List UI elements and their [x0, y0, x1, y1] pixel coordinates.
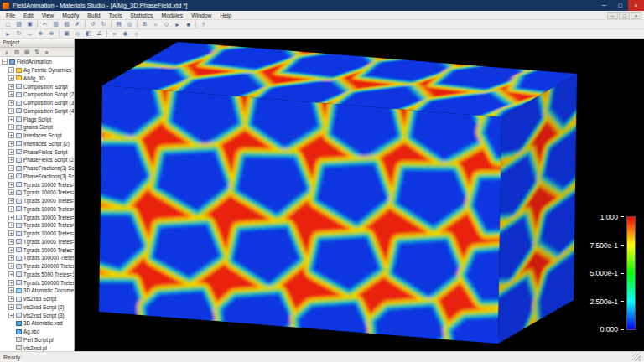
explorer-view-icon[interactable]: ▤	[23, 49, 31, 56]
cut-icon[interactable]: ✂	[39, 20, 50, 28]
sort-icon[interactable]: ⇅	[33, 49, 41, 56]
expander-icon[interactable]: +	[8, 287, 14, 293]
help-icon[interactable]: ?	[198, 20, 209, 28]
expander-icon[interactable]: +	[8, 116, 14, 122]
menu-build[interactable]: Build	[83, 13, 104, 18]
undo-icon[interactable]: ↺	[87, 20, 98, 28]
menu-modify[interactable]: Modify	[58, 13, 83, 18]
expander-icon[interactable]: +	[8, 67, 14, 73]
run-icon[interactable]: ►	[172, 20, 183, 28]
viewport-3d[interactable]: 1.0007.500e-15.000e-12.500e-10.000	[75, 39, 644, 351]
menu-statistics[interactable]: Statistics	[126, 13, 157, 18]
tree-item[interactable]: +Tgrads 10000 Tretes=100	[2, 221, 74, 230]
menu-tools[interactable]: Tools	[104, 13, 126, 18]
fit-view-icon[interactable]: ▣	[61, 29, 72, 38]
tree-item[interactable]: +Tgrads 5000 Tretes=100 S	[2, 271, 74, 279]
animation-icon[interactable]: »	[109, 29, 120, 38]
child-restore-button[interactable]: □	[619, 12, 630, 19]
tree-item[interactable]: +3D Atomistic.xsd	[2, 319, 74, 328]
child-minimize-button[interactable]: ─	[607, 12, 618, 19]
delete-icon[interactable]: ✗	[72, 20, 83, 28]
perspective-icon[interactable]: ◇	[72, 29, 83, 38]
expander-icon[interactable]: +	[8, 296, 14, 302]
expander-icon[interactable]: +	[8, 91, 14, 97]
expander-icon[interactable]: −	[2, 59, 8, 65]
maximize-button[interactable]: □	[612, 0, 628, 11]
expander-icon[interactable]: +	[8, 222, 14, 228]
panel-menu-icon[interactable]: ≡	[43, 49, 51, 56]
tree-item[interactable]: +3D Atomistic Document	[2, 287, 74, 295]
expander-icon[interactable]: +	[8, 280, 14, 286]
zoom-out-icon[interactable]: ⊖	[46, 29, 57, 38]
expander-icon[interactable]: +	[8, 108, 14, 114]
expander-icon[interactable]: +	[8, 124, 14, 130]
expander-icon[interactable]: +	[8, 247, 14, 253]
tree-item[interactable]: +PhaseFields Script (2)	[2, 156, 74, 164]
copy-icon[interactable]: ▥	[50, 20, 61, 28]
expander-icon[interactable]: +	[8, 263, 14, 269]
new-folder-icon[interactable]: ▨	[13, 49, 21, 56]
menu-file[interactable]: File	[2, 13, 19, 18]
tree-item[interactable]: +vts2xsd Script (2)	[2, 303, 74, 312]
tree-item[interactable]: +Perl Script.pl	[2, 336, 74, 344]
menu-help[interactable]: Help	[216, 13, 236, 18]
tree-item[interactable]: +Flags Script	[2, 115, 74, 123]
tree-item[interactable]: +vts2xsd.pl	[2, 344, 74, 351]
tree-item[interactable]: +Ag Ferrite Dynamics	[2, 66, 74, 75]
expander-icon[interactable]: +	[8, 75, 14, 81]
paste-icon[interactable]: ▧	[61, 20, 72, 28]
tree-item[interactable]: +Tgrads 100000 Tretes=100	[2, 254, 74, 262]
tree-item[interactable]: +PhaseFields Script	[2, 147, 74, 156]
minimize-button[interactable]: ─	[596, 0, 612, 11]
tree-item[interactable]: +PhaseFractions(3) Script	[2, 164, 74, 173]
expander-icon[interactable]: +	[8, 255, 14, 261]
display-style-icon[interactable]: ◧	[83, 29, 94, 38]
close-panel-icon[interactable]: ×	[3, 49, 11, 56]
tree-item[interactable]: +Tgrads 10000 Tretes= 1 Sc	[2, 189, 74, 197]
tree-item[interactable]: +PhaseFractions(3) Script (2)	[2, 173, 74, 181]
tree-item[interactable]: +Composition Script (2)	[2, 90, 74, 99]
child-close-button[interactable]: ×	[631, 12, 641, 19]
expander-icon[interactable]: +	[8, 189, 14, 195]
expander-icon[interactable]: +	[8, 165, 14, 171]
tree-item[interactable]: +Tgrads 10000 Tretes=100 S	[2, 180, 74, 189]
tree-item[interactable]: +Tgrads 10000 Tretes=10 S	[2, 197, 74, 205]
menu-view[interactable]: View	[38, 13, 59, 18]
tree-item[interactable]: +Composition Script	[2, 82, 74, 90]
tree-item[interactable]: +Composition Script (4)	[2, 107, 74, 116]
save-icon[interactable]: ▣	[24, 20, 35, 28]
redo-icon[interactable]: ↻	[98, 20, 109, 28]
axes-icon[interactable]: ∠	[94, 29, 105, 38]
tree-item[interactable]: +Interfaces Script (2)	[2, 140, 74, 148]
tree-item[interactable]: +Tgrads 500000 Tretes=100	[2, 278, 74, 287]
menu-window[interactable]: Window	[187, 13, 216, 18]
expander-icon[interactable]: +	[8, 304, 14, 310]
atomistic-view-icon[interactable]: ◇	[161, 20, 172, 28]
tree-item[interactable]: +vts2xsd Script	[2, 295, 74, 303]
expander-icon[interactable]: +	[8, 132, 14, 138]
expander-icon[interactable]: +	[8, 149, 14, 155]
new-document-icon[interactable]: □	[3, 20, 13, 28]
tree-item[interactable]: +Tgrads 10000 Tretes=400	[2, 246, 74, 254]
zoom-in-icon[interactable]: ⊕	[35, 29, 46, 38]
expander-icon[interactable]: +	[8, 182, 14, 188]
open-icon[interactable]: ▨	[13, 20, 24, 28]
tree-item[interactable]: +Interfaces Script	[2, 132, 74, 140]
tree-item[interactable]: +Tgrads 10000 Tretes=50 S	[2, 213, 74, 221]
expander-icon[interactable]: +	[8, 230, 14, 236]
tree-item[interactable]: +Tgrads 10000 Tretes=25 S	[2, 205, 74, 214]
tree-item[interactable]: +vts2xsd Script (3)	[2, 311, 74, 319]
expander-icon[interactable]: +	[8, 157, 14, 163]
expander-icon[interactable]: +	[8, 198, 14, 204]
pan-icon[interactable]: ↔	[24, 29, 35, 38]
tree-item[interactable]: +Composition Script (3)	[2, 99, 74, 107]
menu-modules[interactable]: Modules	[158, 13, 188, 18]
expander-icon[interactable]: +	[8, 141, 14, 147]
tree-item[interactable]: +Ag.xsd	[2, 328, 74, 336]
tree-item[interactable]: +Tgrads 10000 Tretes=200	[2, 230, 74, 238]
rotate-icon[interactable]: ↻	[13, 29, 24, 38]
expander-icon[interactable]: +	[8, 173, 14, 179]
close-button[interactable]: ×	[628, 0, 644, 11]
expander-icon[interactable]: +	[8, 206, 14, 212]
expander-icon[interactable]: +	[8, 272, 14, 277]
